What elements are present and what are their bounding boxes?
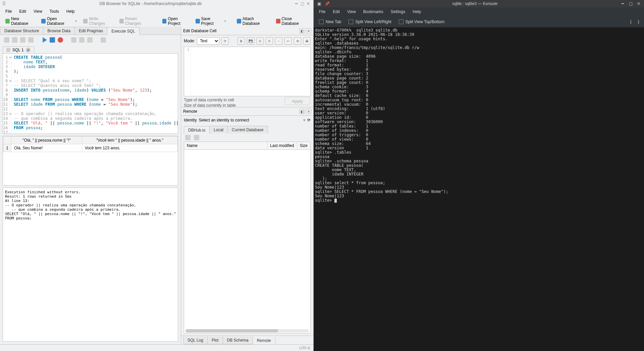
- apply-button[interactable]: Apply: [285, 97, 310, 105]
- new-database-button[interactable]: New Database: [3, 15, 38, 27]
- result-cell-1[interactable]: Você tem 123 anos.: [82, 144, 177, 152]
- kmenu-settings[interactable]: Settings: [387, 8, 409, 15]
- new-sql-tab-icon[interactable]: [4, 37, 9, 43]
- run-icon[interactable]: [42, 37, 47, 43]
- split-tb-button[interactable]: Split View Top/Bottom: [396, 18, 447, 26]
- result-row[interactable]: 1 Olá, Seu Nome! Você tem 123 anos.: [3, 144, 178, 152]
- open-database-button[interactable]: Open Database▼: [39, 15, 80, 27]
- kmenu-edit[interactable]: Edit: [329, 8, 343, 15]
- menu-file[interactable]: File: [2, 8, 15, 14]
- minimize-icon[interactable]: ━: [620, 1, 625, 6]
- menu-edit[interactable]: Edit: [16, 8, 30, 14]
- encoding-indicator[interactable]: UTF-8: [300, 346, 310, 350]
- menu-help[interactable]: Help: [63, 8, 78, 14]
- format-icon[interactable]: ⚙: [294, 37, 301, 45]
- identity-select[interactable]: Select an identity to connect ▾: [199, 118, 305, 122]
- prev-tab-icon[interactable]: ⟨: [628, 19, 634, 24]
- tab-execute-sql[interactable]: Execute SQL: [107, 27, 140, 35]
- cell-textarea[interactable]: 1: [184, 47, 311, 96]
- new-tab-button[interactable]: New Tab: [316, 18, 344, 26]
- tab-sql-log[interactable]: SQL Log: [183, 337, 208, 344]
- col-name[interactable]: Name: [184, 142, 267, 149]
- write-changes-button[interactable]: Write Changes: [80, 15, 116, 27]
- close-icon[interactable]: ✕: [305, 1, 311, 6]
- scrollbar-horizontal[interactable]: [185, 329, 309, 333]
- tab-dbhub[interactable]: DBHub.io: [184, 126, 210, 134]
- dbbrowser-titlebar[interactable]: 🗄 DB Browser for SQLite - /home/franco/t…: [0, 0, 313, 7]
- col-modified[interactable]: Last modified: [267, 142, 297, 149]
- sql-tab-1[interactable]: SQL 1 ✕: [3, 46, 34, 53]
- minimize-icon[interactable]: ━: [293, 1, 299, 6]
- revert-changes-button[interactable]: Revert Changes: [117, 15, 155, 27]
- close-panel-icon[interactable]: ✕: [306, 28, 311, 34]
- result-header-1[interactable]: "Você tem " || pessoa.idade || " anos.": [82, 137, 177, 144]
- execution-log[interactable]: Execution finished without errors. Resul…: [3, 188, 178, 342]
- konsole-toolbar: New Tab Split View Left/Right Split View…: [314, 16, 644, 28]
- result-table[interactable]: "Olá, " || pessoa.nome || "!" "Você tem …: [3, 136, 178, 186]
- next-tab-icon[interactable]: ⟩: [636, 19, 641, 24]
- attach-database-button[interactable]: Attach Database: [234, 15, 272, 27]
- push-icon[interactable]: [194, 135, 199, 140]
- close-panel-icon[interactable]: ✕: [306, 109, 311, 114]
- chevron-down-icon[interactable]: ▼: [74, 20, 77, 23]
- print-icon[interactable]: [28, 37, 34, 43]
- find-icon[interactable]: [79, 37, 85, 43]
- code-area[interactable]: CREATE TABLE pessoa( nome TEXT, idade IN…: [12, 54, 178, 134]
- close-tab-icon[interactable]: ✕: [26, 48, 31, 52]
- result-cell-0[interactable]: Olá, Seu Nome!: [11, 144, 82, 152]
- null-icon[interactable]: ∅: [256, 37, 264, 45]
- konsole-titlebar[interactable]: ▣ 📌 sqlite : sqlite3 — Konsole ━ ▢ ✕: [314, 0, 644, 7]
- save-sql-icon[interactable]: [20, 37, 25, 43]
- tab-db-schema[interactable]: DB Schema: [223, 337, 253, 344]
- print-cell-icon[interactable]: 🖶: [303, 37, 311, 45]
- pin-icon[interactable]: 📌: [324, 1, 330, 6]
- refresh-remote-icon[interactable]: ⟳: [307, 118, 311, 122]
- kmenu-file[interactable]: File: [316, 8, 329, 15]
- tab-remote[interactable]: Remote: [253, 337, 275, 345]
- edit-cell-title[interactable]: Edit Database Cell ◧ ✕: [181, 27, 313, 35]
- tab-local[interactable]: Local: [209, 126, 228, 134]
- indent-icon[interactable]: [101, 37, 106, 43]
- result-header-0[interactable]: "Olá, " || pessoa.nome || "!": [11, 137, 82, 144]
- mode-select[interactable]: Text: [197, 37, 219, 45]
- wrap-icon[interactable]: ↩: [284, 37, 292, 45]
- clone-icon[interactable]: [185, 135, 191, 140]
- menu-tools[interactable]: Tools: [46, 8, 62, 14]
- maximize-icon[interactable]: ▢: [628, 1, 633, 6]
- find-replace-icon[interactable]: [87, 37, 93, 43]
- undock-icon[interactable]: ◧: [299, 28, 305, 34]
- tab-current-db[interactable]: Current Database: [227, 126, 268, 134]
- tab-database-structure[interactable]: Database Structure: [0, 27, 43, 35]
- save-project-button[interactable]: Save Project▼: [193, 15, 229, 27]
- save-results-icon[interactable]: [71, 37, 76, 43]
- split-lr-button[interactable]: Split View Left/Right: [346, 18, 394, 26]
- stop-icon[interactable]: [58, 37, 63, 43]
- remote-title[interactable]: Remote ◧ ✕: [181, 107, 313, 116]
- remote-columns[interactable]: Name Last modified Size: [184, 142, 311, 150]
- close-icon[interactable]: ✕: [636, 1, 641, 6]
- kmenu-bookmarks[interactable]: Bookmarks: [360, 8, 387, 15]
- tab-browse-data[interactable]: Browse Data: [43, 27, 75, 35]
- kmenu-help[interactable]: Help: [409, 8, 424, 15]
- kmenu-view[interactable]: View: [344, 8, 359, 15]
- run-line-icon[interactable]: [50, 37, 55, 43]
- chevron-down-icon[interactable]: ▼: [224, 20, 226, 23]
- close-database-button[interactable]: Close Database: [273, 15, 311, 27]
- close-database-icon: [276, 19, 280, 23]
- sql-editor[interactable]: 1234567891011121314151617 ⊟⊟⊟ CREATE TAB…: [3, 53, 178, 134]
- tab-edit-pragmas[interactable]: Edit Pragmas: [74, 27, 107, 35]
- import-icon[interactable]: 🗎: [237, 37, 245, 45]
- maximize-icon[interactable]: ▢: [299, 1, 305, 6]
- tab-plot[interactable]: Plot: [207, 337, 223, 344]
- autoswitch-icon[interactable]: ⟳: [221, 37, 229, 45]
- col-size[interactable]: Size: [297, 142, 310, 149]
- undock-icon[interactable]: ◧: [299, 109, 305, 114]
- menu-view[interactable]: View: [30, 8, 46, 14]
- terminal[interactable]: darkstar-6700k% sqlite3 sqlite.db SQLite…: [314, 28, 644, 351]
- minus-icon[interactable]: −: [275, 37, 282, 45]
- open-project-button[interactable]: Open Project: [160, 15, 192, 27]
- remote-list[interactable]: [184, 150, 311, 334]
- export-icon[interactable]: 💾: [247, 37, 254, 45]
- insert-icon[interactable]: ⎘: [266, 37, 273, 45]
- open-sql-icon[interactable]: [12, 37, 17, 43]
